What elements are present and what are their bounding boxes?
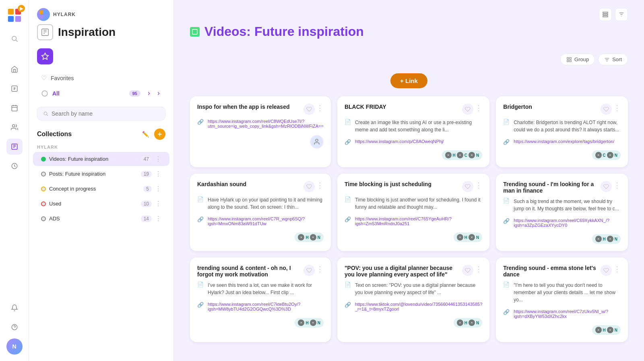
- collection-more-button[interactable]: ⋮: [155, 200, 161, 207]
- search-nav-icon[interactable]: [6, 31, 23, 47]
- bell-icon[interactable]: [6, 300, 23, 316]
- badge-x[interactable]: ×: [607, 327, 613, 333]
- search-input[interactable]: [52, 110, 159, 117]
- badge-c: C: [603, 153, 606, 158]
- card-heart-button[interactable]: [303, 104, 315, 115]
- link-icon: 🔗: [345, 216, 351, 222]
- svg-rect-2: [8, 16, 13, 22]
- list-view-icon[interactable]: [599, 8, 612, 21]
- card-link[interactable]: https://www.instagram.com/explore/tags/b…: [514, 139, 614, 144]
- badge-x[interactable]: ×: [457, 234, 463, 241]
- svg-point-14: [12, 124, 14, 127]
- group-button[interactable]: Group: [560, 54, 595, 65]
- card-heart-button[interactable]: [303, 265, 315, 276]
- card-heart-button[interactable]: [601, 265, 612, 276]
- badge-x[interactable]: ×: [607, 236, 613, 242]
- user-avatar[interactable]: N: [6, 338, 23, 355]
- badge-h: H: [464, 321, 467, 325]
- magic-button[interactable]: [37, 48, 53, 64]
- card-heart-button[interactable]: [462, 181, 473, 192]
- badge-x[interactable]: ×: [595, 152, 602, 158]
- card-heart-button[interactable]: [601, 104, 612, 115]
- collection-more-button[interactable]: ⋮: [155, 155, 161, 163]
- badge-n: N: [476, 153, 479, 158]
- card-heart-button[interactable]: [303, 181, 315, 192]
- doc-icon: 📄: [345, 119, 351, 125]
- clock-nav-icon[interactable]: [6, 158, 23, 174]
- badge-x[interactable]: ×: [595, 236, 602, 242]
- collection-item-posts-future[interactable]: Posts: Future inspiration 19 ⋮: [33, 167, 169, 181]
- badge-x[interactable]: ×: [469, 234, 475, 241]
- badge-x[interactable]: ×: [310, 320, 316, 326]
- card-more-button[interactable]: ⋮: [316, 265, 324, 274]
- page-title: Inspiration: [58, 26, 116, 39]
- badge-x[interactable]: ×: [457, 320, 463, 326]
- card-heart-button[interactable]: [601, 181, 612, 192]
- card-body: Such a big trend at the moment, we shoul…: [514, 198, 621, 212]
- badge-n: N: [318, 321, 320, 325]
- add-link-button[interactable]: + Link: [390, 73, 427, 88]
- heart-icon: ♡: [41, 74, 47, 82]
- collection-item-videos-future[interactable]: Videos: Future inspiration 47 ⋮: [33, 152, 169, 166]
- all-label: All: [52, 90, 60, 97]
- card-more-button[interactable]: ⋮: [613, 265, 621, 274]
- link-icon: 🔗: [345, 139, 351, 145]
- collection-more-button[interactable]: ⋮: [155, 185, 161, 193]
- collection-item-ads[interactable]: ADS 14 ⋮: [33, 212, 169, 226]
- card-more-button[interactable]: ⋮: [316, 181, 324, 190]
- card-link[interactable]: https://www.instagram.com/reel/C7zUkv5NI…: [514, 309, 621, 319]
- tasks-nav-icon[interactable]: [6, 81, 23, 97]
- card-link[interactable]: https://www.instagram.com/reel/C765YgeAu…: [355, 216, 482, 226]
- collection-item-used[interactable]: Used 10 ⋮: [33, 197, 169, 211]
- card-link[interactable]: https://www.instagram.com/reel/C7kteBtu2…: [208, 302, 324, 311]
- favorites-nav[interactable]: ♡ Favorites: [37, 71, 165, 85]
- badge-x[interactable]: ×: [595, 327, 602, 333]
- collection-item-concept[interactable]: Concept in progress 5 ⋮: [33, 182, 169, 196]
- badge-x[interactable]: ×: [457, 152, 463, 158]
- logo[interactable]: ▶: [6, 6, 23, 24]
- card-link[interactable]: https://www.tiktok.com/@lovendu/video/73…: [355, 302, 482, 311]
- badge-group: × H × N: [295, 318, 323, 328]
- card-more-button[interactable]: ⋮: [613, 181, 621, 190]
- filter-view-icon[interactable]: [615, 8, 628, 21]
- collection-more-button[interactable]: ⋮: [155, 170, 161, 178]
- sort-button[interactable]: Sort: [598, 54, 628, 65]
- card-more-button[interactable]: ⋮: [475, 104, 482, 112]
- calendar-nav-icon[interactable]: [6, 100, 23, 116]
- badge-x[interactable]: ×: [298, 320, 304, 326]
- card-more-button[interactable]: ⋮: [613, 104, 621, 112]
- card-body: Have Hylark up on your ipad pointing to …: [208, 196, 324, 211]
- add-collection-button[interactable]: +: [154, 129, 165, 140]
- card-more-button[interactable]: ⋮: [475, 265, 482, 274]
- badge-x[interactable]: ×: [469, 152, 475, 158]
- card-heart-button[interactable]: [462, 104, 473, 115]
- collection-dot: [41, 157, 46, 162]
- badge-c: C: [464, 153, 467, 158]
- card-more-button[interactable]: ⋮: [316, 104, 324, 112]
- badge-x[interactable]: ×: [607, 152, 613, 158]
- edit-collections-button[interactable]: ✏️: [140, 129, 151, 140]
- badge-x[interactable]: ×: [298, 234, 304, 241]
- home-nav-icon[interactable]: [6, 61, 23, 77]
- document-nav-icon[interactable]: [6, 139, 23, 155]
- badge-x[interactable]: ×: [445, 152, 452, 158]
- card-link[interactable]: https://www.instagram.com/reel/C7R_wgnp6…: [208, 216, 324, 226]
- users-nav-icon[interactable]: [6, 119, 23, 135]
- badge-x[interactable]: ×: [310, 234, 316, 241]
- link-icon: 🔗: [503, 218, 510, 224]
- badge-x[interactable]: ×: [469, 320, 475, 326]
- all-nav[interactable]: All 95: [37, 87, 165, 100]
- help-icon[interactable]: [6, 319, 23, 335]
- card-more-button[interactable]: ⋮: [475, 181, 482, 190]
- collection-more-button[interactable]: ⋮: [155, 215, 161, 222]
- badge-h: H: [305, 235, 308, 240]
- card-heart-button[interactable]: [462, 265, 473, 276]
- search-icon: [43, 111, 48, 116]
- card-link[interactable]: https://www.instagram.com/reel/C8WQEdUse…: [208, 119, 324, 129]
- collection-dot: [41, 201, 46, 206]
- card-link[interactable]: https://www.instagram.com/p/C8AOweqNPhj/: [355, 139, 444, 144]
- card-link[interactable]: https://www.instagram.com/reel/C69XykkAX…: [514, 218, 621, 228]
- collection-name: Videos: Future inspiration: [49, 156, 138, 162]
- thin-nav: ▶ N: [0, 0, 29, 361]
- svg-rect-40: [567, 57, 569, 59]
